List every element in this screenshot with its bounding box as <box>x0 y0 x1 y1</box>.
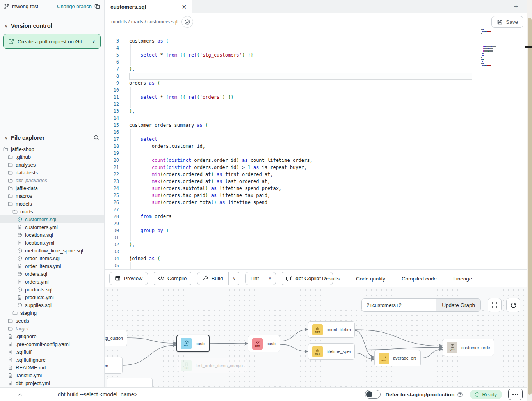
tab-lineage[interactable]: Lineage <box>453 270 472 288</box>
tree-item-marts[interactable]: marts <box>0 208 104 215</box>
code-line-22[interactable]: 22 min(orders.ordered_at) as first_order… <box>105 171 527 178</box>
code-line-15[interactable]: 15customer_orders_summary as ( <box>105 122 527 129</box>
create-pr-dropdown[interactable]: ∨ <box>87 34 100 48</box>
code-line-28[interactable]: 28 from orders <box>105 213 527 220</box>
code-line-20[interactable]: 20 count(distinct orders.order_id) as co… <box>105 157 527 164</box>
tree-item-data-tests[interactable]: data-tests <box>0 169 104 176</box>
lineage-node-orders[interactable]: MDLorders <box>105 357 123 374</box>
close-icon[interactable]: ✕ <box>181 4 187 11</box>
chevron-down-icon[interactable]: ∨ <box>5 135 8 140</box>
lineage-node-count_lifetime_orders[interactable]: METcount_lifetime_orders <box>308 321 355 338</box>
tree-item-.sqlfluffignore[interactable]: .sqlfluffignore <box>0 356 104 364</box>
lineage-node-customer_order_metrics[interactable]: QRYcustomer_order_metrics <box>443 339 494 356</box>
editor-scrollbar-thumb[interactable] <box>525 46 532 48</box>
lineage-node-partial[interactable] <box>107 378 153 387</box>
code-line-30[interactable]: 30 group by 1 <box>105 227 527 234</box>
tree-item-locations.sql[interactable]: locations.sql <box>0 231 104 239</box>
tree-item-readme.md[interactable]: README.md <box>0 364 104 371</box>
save-button[interactable]: Save <box>491 16 523 28</box>
code-line-18[interactable]: 18 orders.customer_id, <box>105 143 527 150</box>
tree-item-.gitignore[interactable]: .gitignore <box>0 332 104 340</box>
lint-button[interactable]: Lint <box>246 272 264 285</box>
lint-dropdown[interactable]: ∨ <box>264 272 276 285</box>
code-line-24[interactable]: 24 sum(orders.subtotal) as lifetime_spen… <box>105 185 527 192</box>
more-options-button[interactable] <box>508 389 523 400</box>
tree-item-locations.yml[interactable]: locations.yml <box>0 239 104 247</box>
tree-item-.pre-commit-config.yaml[interactable]: .pre-commit-config.yaml <box>0 340 104 348</box>
code-line-32[interactable]: 32), <box>105 241 527 248</box>
tree-item-orders.sql[interactable]: orders.sql <box>0 270 104 278</box>
change-branch-link[interactable]: Change branch <box>57 4 92 9</box>
code-line-35[interactable]: 35 <box>105 262 527 269</box>
lineage-node-stg_customers[interactable]: MDLstg_customers <box>105 330 127 346</box>
create-pr-button[interactable]: Create a pull request on Git... <box>4 34 87 48</box>
code-line-25[interactable]: 25 sum(orders.tax_paid) as lifetime_tax_… <box>105 192 527 199</box>
tree-item-jaffle-shop[interactable]: jaffle-shop <box>0 145 104 153</box>
code-line-5[interactable]: 5 select * from {{ ref('stg_customers') … <box>105 51 527 59</box>
code-line-2[interactable] <box>105 30 527 37</box>
tree-item-products.yml[interactable]: products.yml <box>0 293 104 301</box>
code-line-4[interactable]: 4 <box>105 44 527 51</box>
build-button[interactable]: Build <box>197 272 228 285</box>
tree-item-orders.yml[interactable]: orders.yml <box>0 278 104 286</box>
tree-item-target[interactable]: target <box>0 325 104 332</box>
command-input[interactable]: dbt build --select <model_name> <box>58 391 365 397</box>
tree-item-customers.sql[interactable]: customers.sql <box>0 215 104 223</box>
copy-icon[interactable] <box>94 4 100 9</box>
code-line-12[interactable]: 12 <box>105 101 527 108</box>
tree-item-macros[interactable]: macros <box>0 192 104 200</box>
lineage-selector-input[interactable] <box>362 299 436 311</box>
tree-item-order-items.yml[interactable]: order_items.yml <box>0 262 104 270</box>
code-line-10[interactable]: 10 <box>105 87 527 94</box>
code-line-23[interactable]: 23 max(orders.ordered_at) as last_ordere… <box>105 178 527 185</box>
tree-item-dbt-project.yml[interactable]: dbt_project.yml <box>0 379 104 387</box>
tree-item-metricflow-time-spine.sql[interactable]: metricflow_time_spine.sql <box>0 247 104 254</box>
lineage-node-average_order_value[interactable]: METaverage_order_value <box>374 350 421 366</box>
help-icon[interactable] <box>457 392 463 397</box>
code-line-26[interactable]: 26 sum(orders.order_total) as lifetime_s… <box>105 199 527 206</box>
tree-item-order-items.sql[interactable]: order_items.sql <box>0 254 104 262</box>
code-line-17[interactable]: 17 select <box>105 136 527 143</box>
code-line-7[interactable]: 7), <box>105 66 527 73</box>
code-line-3[interactable]: 3customers as ( <box>105 37 527 44</box>
tree-item-.github[interactable]: .github <box>0 153 104 161</box>
code-line-31[interactable]: 31 <box>105 234 527 241</box>
tree-item-taskfile.yml[interactable]: Taskfile.yml <box>0 371 104 379</box>
refresh-button[interactable] <box>506 298 520 312</box>
page-scrollbar-thumb[interactable] <box>528 18 532 395</box>
lineage-node-customers[interactable]: SEMcustomers <box>248 335 280 352</box>
tree-item-dbt-packages[interactable]: dbt_packages <box>0 176 104 184</box>
collapse-panel-button[interactable] <box>0 388 40 401</box>
code-line-33[interactable]: 33 <box>105 248 527 255</box>
new-tab-button[interactable]: + <box>511 2 521 11</box>
code-line-19[interactable]: 19 <box>105 150 527 157</box>
page-scrollbar[interactable] <box>527 0 532 401</box>
lineage-node-customers[interactable]: MDLcustomers <box>176 335 210 352</box>
code-line-14[interactable]: 14 <box>105 115 527 122</box>
tab-compiled-code[interactable]: Compiled code <box>402 270 437 288</box>
code-line-11[interactable]: 11 select * from {{ ref('orders') }} <box>105 94 527 101</box>
lineage-node-lifetime_spend_pretax[interactable]: METlifetime_spend_pretax <box>308 343 355 360</box>
code-line-8[interactable]: 8 <box>105 73 527 80</box>
tree-item-supplies.sql[interactable]: supplies.sql <box>0 301 104 309</box>
version-control-header[interactable]: ∨ Version control <box>0 17 57 33</box>
tree-item-analyses[interactable]: analyses <box>0 161 104 169</box>
tab-code-quality[interactable]: Code quality <box>356 270 385 288</box>
code-line-13[interactable]: 13), <box>105 108 527 115</box>
compile-button[interactable]: Compile <box>153 272 192 285</box>
editor-minimap[interactable] <box>481 28 514 76</box>
tree-item-jaffle-data[interactable]: jaffle-data <box>0 184 104 192</box>
code-line-16[interactable]: 16 <box>105 129 527 136</box>
code-line-34[interactable]: 34joined as ( <box>105 255 527 262</box>
preview-button[interactable]: Preview <box>110 272 148 285</box>
tree-item-customers.yml[interactable]: customers.yml <box>0 223 104 231</box>
explore-compass-icon[interactable] <box>181 16 193 28</box>
tree-item-seeds[interactable]: seeds <box>0 317 104 325</box>
search-icon[interactable] <box>93 135 100 141</box>
code-editor[interactable]: 3customers as (45 select * from {{ ref('… <box>105 30 527 269</box>
code-line-21[interactable]: 21 count(distinct orders.order_id) > 1 a… <box>105 164 527 171</box>
update-graph-button[interactable]: Update Graph <box>436 299 480 311</box>
tree-item-models[interactable]: models <box>0 200 104 208</box>
fullscreen-button[interactable] <box>488 298 502 312</box>
lineage-node-test_order_items_compute_to_bools-[interactable]: TSTtest_order_items_compute_to_bools... <box>177 358 247 373</box>
